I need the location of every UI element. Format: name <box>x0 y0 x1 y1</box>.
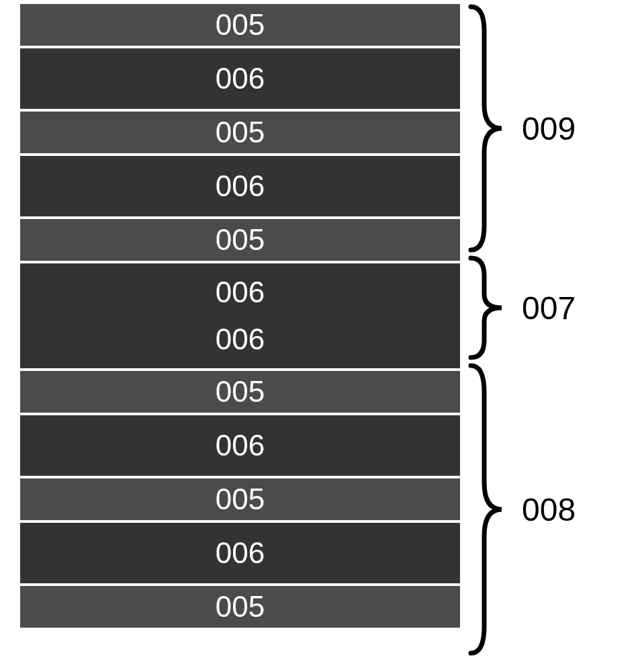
layer-row: 005 <box>20 4 460 46</box>
layer-row: 006 <box>20 156 460 216</box>
bracket-annotations: 009 007 008 <box>468 4 629 628</box>
brace-icon <box>468 255 507 360</box>
layer-label: 005 <box>216 482 265 516</box>
layer-row: 005 <box>20 586 460 628</box>
brace-icon <box>468 4 507 253</box>
layer-row: 006 <box>20 48 460 109</box>
group-label: 007 <box>522 290 576 327</box>
layer-row: 006 <box>20 523 460 583</box>
layer-row-double: 006 006 <box>20 263 460 368</box>
layer-row: 005 <box>20 112 460 153</box>
layer-label: 005 <box>216 590 265 624</box>
layer-row: 005 <box>20 371 460 413</box>
layer-label: 005 <box>216 8 265 42</box>
layer-label: 006 <box>216 169 265 203</box>
group-label: 008 <box>522 491 576 528</box>
brace-icon <box>468 363 507 656</box>
layer-label: 006 <box>216 62 265 95</box>
group-009: 009 <box>468 4 576 253</box>
layer-label: 005 <box>216 116 265 149</box>
layer-row: 006 <box>20 415 460 476</box>
layer-label: 005 <box>216 223 265 257</box>
group-007: 007 <box>468 255 576 360</box>
group-008: 008 <box>468 363 576 656</box>
layer-label: 006 <box>216 323 265 356</box>
layer-label: 005 <box>216 375 265 409</box>
layer-label: 006 <box>216 536 265 570</box>
layer-row: 005 <box>20 478 460 520</box>
layer-stack-diagram: 005 006 005 006 005 006 006 005 006 005 … <box>20 4 629 628</box>
layer-row: 005 <box>20 219 460 261</box>
group-label: 009 <box>522 110 576 147</box>
layer-label: 006 <box>216 429 265 462</box>
layer-stack: 005 006 005 006 005 006 006 005 006 005 … <box>20 4 460 628</box>
layer-label: 006 <box>216 276 265 309</box>
